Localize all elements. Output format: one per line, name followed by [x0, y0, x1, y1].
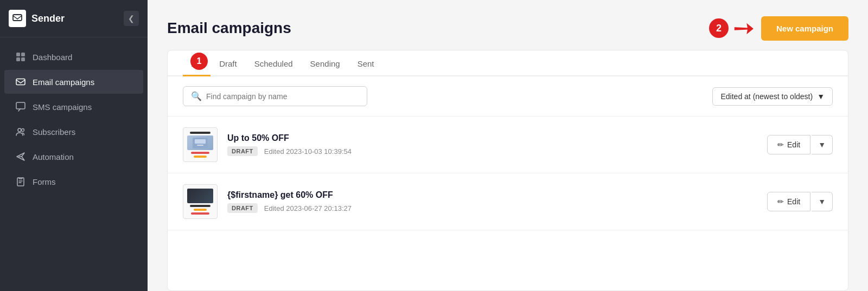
tab-draft[interactable]: Draft [210, 50, 246, 76]
thumb-image-dark [187, 189, 213, 203]
svg-rect-2 [21, 53, 25, 56]
table-row: {$firstname} get 60% OFF DRAFT Edited 20… [168, 173, 848, 230]
tab-scheduled[interactable]: Scheduled [246, 50, 302, 76]
sidebar-item-label: Subscribers [33, 127, 75, 137]
sidebar: Sender ❮ Dashboard [0, 0, 148, 291]
sidebar-item-automation[interactable]: Automation [4, 145, 143, 169]
new-campaign-button[interactable]: New campaign [761, 16, 848, 41]
people-icon [15, 126, 26, 137]
sidebar-nav: Dashboard Email campaigns SMS campaigns [0, 37, 148, 291]
pencil-icon: ✏ [777, 140, 784, 149]
sidebar-item-email-campaigns[interactable]: Email campaigns [4, 70, 143, 94]
grid-icon [15, 51, 26, 62]
campaign-meta: DRAFT Edited 2023-10-03 10:39:54 [227, 146, 757, 156]
svg-rect-11 [195, 139, 206, 144]
status-badge: DRAFT [227, 203, 258, 213]
collapse-button[interactable]: ❮ [124, 11, 139, 26]
sidebar-item-label: SMS campaigns [33, 102, 92, 112]
edited-text: Edited 2023-06-27 20:13:27 [264, 204, 352, 212]
arrow-right-icon: ➙ [733, 15, 755, 41]
svg-rect-1 [16, 53, 20, 56]
edited-text: Edited 2023-10-03 10:39:54 [264, 147, 352, 156]
search-icon: 🔍 [191, 91, 202, 101]
sidebar-item-dashboard[interactable]: Dashboard [4, 45, 143, 69]
sidebar-item-forms[interactable]: Forms [4, 170, 143, 193]
logo-icon [9, 10, 26, 27]
chat-icon [15, 101, 26, 112]
campaign-info: {$firstname} get 60% OFF DRAFT Edited 20… [227, 190, 757, 213]
svg-rect-0 [13, 15, 22, 21]
chevron-down-icon: ▼ [818, 197, 826, 206]
edit-dropdown-button[interactable]: ▼ [812, 192, 833, 211]
chevron-down-icon: ▼ [818, 140, 826, 149]
sidebar-header: Sender ❮ [0, 0, 148, 37]
logo-text: Sender [31, 13, 65, 24]
chevron-down-icon: ▼ [817, 92, 825, 101]
svg-point-7 [18, 128, 21, 132]
sort-dropdown[interactable]: Edited at (newest to oldest) ▼ [712, 87, 833, 106]
campaign-info: Up to 50% OFF DRAFT Edited 2023-10-03 10… [227, 133, 757, 156]
campaign-name: {$firstname} get 60% OFF [227, 190, 757, 200]
sort-label: Edited at (newest to oldest) [720, 92, 813, 101]
campaign-list: Up to 50% OFF DRAFT Edited 2023-10-03 10… [168, 117, 848, 290]
svg-rect-6 [16, 102, 25, 109]
search-box[interactable]: 🔍 [183, 86, 367, 106]
sidebar-logo: Sender [9, 10, 65, 27]
tabs-bar: 1 All Draft Scheduled Sending Sent [168, 50, 848, 76]
annotation-badge-2: 2 [709, 18, 729, 38]
sidebar-item-label: Automation [33, 152, 74, 161]
envelope-icon [15, 76, 26, 87]
search-input[interactable] [206, 92, 359, 101]
annotation-badge-1: 1 [190, 53, 208, 70]
tab-sending[interactable]: Sending [302, 50, 349, 76]
pencil-icon: ✏ [777, 197, 784, 206]
sidebar-item-label: Forms [33, 177, 56, 186]
svg-rect-3 [16, 57, 20, 61]
content-area: 1 All Draft Scheduled Sending Sent 🔍 [167, 50, 848, 291]
status-badge: DRAFT [227, 146, 258, 156]
clipboard-icon [15, 176, 26, 187]
main-content: Email campaigns 2 ➙ New campaign 1 All D… [148, 0, 868, 291]
send-icon [15, 151, 26, 162]
edit-button[interactable]: ✏ Edit [767, 192, 810, 211]
campaign-name: Up to 50% OFF [227, 133, 757, 143]
new-campaign-section: 2 ➙ New campaign [709, 15, 848, 41]
campaign-thumbnail [183, 184, 218, 219]
campaign-actions: ✏ Edit ▼ [767, 192, 833, 211]
campaign-meta: DRAFT Edited 2023-06-27 20:13:27 [227, 203, 757, 213]
search-sort-row: 🔍 Edited at (newest to oldest) ▼ [168, 76, 848, 117]
table-row: Up to 50% OFF DRAFT Edited 2023-10-03 10… [168, 117, 848, 173]
campaign-actions: ✏ Edit ▼ [767, 135, 833, 154]
page-title: Email campaigns [167, 20, 291, 37]
campaign-thumbnail [183, 127, 218, 162]
edit-dropdown-button[interactable]: ▼ [812, 135, 833, 154]
sidebar-item-label: Dashboard [33, 53, 72, 62]
thumb-image [187, 135, 213, 150]
svg-rect-5 [16, 79, 25, 85]
edit-button[interactable]: ✏ Edit [767, 135, 810, 154]
sidebar-item-label: Email campaigns [33, 77, 94, 87]
main-header: Email campaigns 2 ➙ New campaign [148, 0, 868, 50]
svg-rect-4 [21, 57, 25, 61]
svg-rect-12 [197, 145, 203, 146]
collapse-icon: ❮ [128, 14, 135, 23]
sidebar-item-subscribers[interactable]: Subscribers [4, 120, 143, 144]
tab-sent[interactable]: Sent [349, 50, 383, 76]
svg-point-8 [22, 129, 24, 132]
sidebar-item-sms-campaigns[interactable]: SMS campaigns [4, 95, 143, 119]
